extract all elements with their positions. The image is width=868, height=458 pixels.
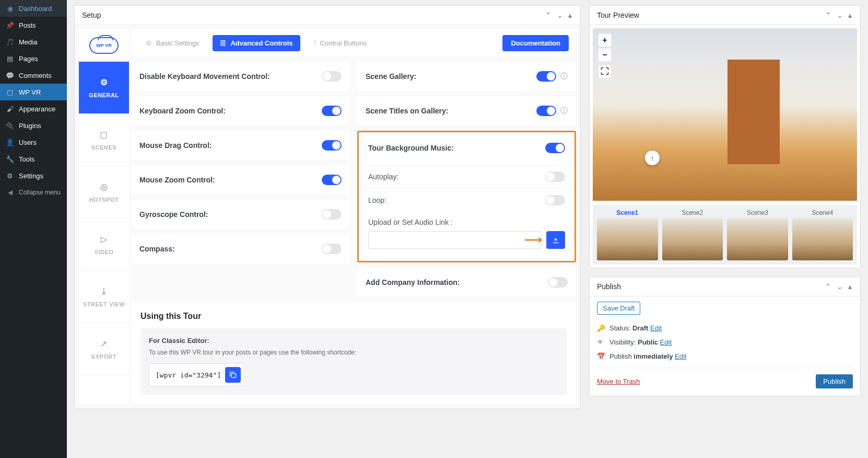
toggle-autoplay[interactable]: [545, 171, 565, 182]
vtab-export[interactable]: ↗EXPORT: [79, 323, 129, 375]
row-gyroscope: Gyroscope Control:: [131, 200, 350, 229]
panel-drag-icon[interactable]: ▴: [567, 10, 573, 20]
zoom-in-button[interactable]: +: [598, 33, 612, 47]
zoom-out-button[interactable]: −: [598, 48, 612, 62]
copy-shortcode-button[interactable]: [225, 367, 241, 383]
row-keyboard-zoom: Keyboard Zoom Control:: [131, 96, 350, 125]
upload-audio-row: ⟶: [360, 230, 573, 250]
toggle-scene-titles[interactable]: [536, 106, 556, 116]
using-title: Using this Tour: [140, 312, 567, 321]
sidebar-item-dashboard[interactable]: ◉Dashboard: [0, 0, 67, 17]
schedule-row: 📅 Publish immediately Edit: [597, 349, 853, 363]
publish-title: Publish: [597, 282, 621, 291]
tab-advanced-controls[interactable]: ☰Advanced Controls: [213, 35, 300, 51]
highlight-music-section: Tour Background Music: Autoplay: Loop: U…: [357, 131, 576, 262]
chevron-up-icon[interactable]: ⌃: [544, 10, 553, 20]
shortcode-text: [wpvr id="3294"]: [156, 371, 221, 379]
vtab-general[interactable]: ⚙GENERAL: [79, 62, 129, 114]
sidebar-item-media[interactable]: 🎵Media: [0, 33, 67, 50]
row-loop: Loop:: [360, 188, 573, 212]
sidebar-item-posts[interactable]: 📌Posts: [0, 17, 67, 33]
gear-icon: ⚙: [146, 39, 152, 47]
move-to-trash-link[interactable]: Move to Trash: [597, 377, 640, 385]
thumb-scene3[interactable]: Scene3: [727, 209, 788, 260]
calendar-icon: 📅: [597, 352, 605, 360]
row-disable-keyboard-movement: Disable Keyboard Movement Control:: [131, 62, 350, 91]
row-scene-titles: Scene Titles on Gallery:ⓘ: [357, 96, 576, 125]
audio-link-input[interactable]: [368, 231, 542, 249]
row-mouse-zoom: Mouse Zoom Control:: [131, 165, 350, 194]
upload-button[interactable]: [546, 231, 565, 249]
documentation-button[interactable]: Documentation: [502, 35, 569, 51]
sidebar-item-comments[interactable]: 💬Comments: [0, 67, 67, 84]
key-icon: 🔑: [597, 324, 605, 332]
collapse-menu[interactable]: ◀Collapse menu: [0, 184, 67, 201]
admin-sidebar: ◉Dashboard 📌Posts 🎵Media ▤Pages 💬Comment…: [0, 0, 67, 458]
panorama-viewport[interactable]: + − ⛶ ↑: [593, 28, 857, 201]
classic-editor-label: For Classic Editor:: [149, 337, 558, 345]
thumb-scene1[interactable]: Scene1: [597, 209, 658, 260]
row-compass: Compass:: [131, 234, 350, 264]
save-draft-button[interactable]: Save Draft: [597, 302, 640, 315]
preview-title: Tour Preview: [597, 11, 639, 19]
using-description: To use this WP VR tour in your posts or …: [149, 349, 558, 356]
fullscreen-button[interactable]: ⛶: [598, 65, 612, 78]
image-icon: ▢: [99, 130, 109, 140]
chevron-down-icon[interactable]: ⌄: [836, 281, 844, 292]
info-icon[interactable]: ⓘ: [560, 106, 568, 116]
toggle-loop[interactable]: [545, 195, 565, 205]
sliders-icon: ⦙⦙: [314, 39, 316, 47]
pin-icon: ⤓: [99, 287, 109, 297]
vtab-video[interactable]: ▷VIDEO: [79, 219, 129, 271]
sidebar-item-users[interactable]: 👤Users: [0, 134, 67, 151]
sidebar-item-settings[interactable]: ⚙Settings: [0, 167, 67, 184]
chevron-down-icon[interactable]: ⌄: [556, 10, 564, 20]
chevron-up-icon[interactable]: ⌃: [824, 281, 832, 292]
row-upload-label: Upload or Set Audio Link :: [360, 212, 573, 230]
row-background-music: Tour Background Music:: [360, 133, 573, 163]
edit-visibility-link[interactable]: Edit: [660, 338, 672, 346]
horizontal-tabs: ⚙Basic Settings ☰Advanced Controls ⦙⦙Con…: [131, 29, 576, 56]
chevron-down-icon[interactable]: ⌄: [836, 10, 844, 20]
toggle-gyroscope[interactable]: [322, 209, 342, 220]
sidebar-item-plugins[interactable]: 🔌Plugins: [0, 117, 67, 134]
publish-panel: Publish ⌃⌄▴ Save Draft 🔑 Status: Draft E…: [589, 277, 861, 396]
toggle-background-music[interactable]: [545, 143, 565, 153]
gear-icon: ⚙: [99, 77, 109, 88]
thumb-scene4[interactable]: Scene4: [792, 209, 853, 260]
toggle-scene-gallery[interactable]: [536, 71, 556, 82]
settings-icon: ⚙: [5, 171, 15, 180]
chevron-up-icon[interactable]: ⌃: [824, 10, 832, 20]
toggle-disable-keyboard-movement[interactable]: [322, 71, 342, 82]
target-icon: ◎: [99, 182, 109, 192]
panel-drag-icon[interactable]: ▴: [847, 281, 853, 292]
tab-basic-settings[interactable]: ⚙Basic Settings: [138, 35, 206, 51]
comment-icon: 💬: [5, 71, 15, 80]
brush-icon: 🖌: [5, 104, 15, 113]
vtab-street-view[interactable]: ⤓STREET VIEW: [79, 271, 129, 323]
wpvr-logo: WP VR: [79, 29, 129, 62]
sidebar-item-tools[interactable]: 🔧Tools: [0, 151, 67, 167]
toggle-mouse-drag[interactable]: [322, 140, 342, 151]
toggle-keyboard-zoom[interactable]: [322, 106, 342, 116]
media-icon: 🎵: [5, 37, 15, 47]
sidebar-item-wpvr[interactable]: ▢WP VR: [0, 84, 67, 100]
edit-schedule-link[interactable]: Edit: [675, 352, 686, 360]
tab-control-buttons[interactable]: ⦙⦙Control Buttons: [307, 35, 374, 51]
sidebar-item-appearance[interactable]: 🖌Appearance: [0, 100, 67, 117]
visibility-row: 👁 Visibility: Public Edit: [597, 335, 853, 349]
panel-drag-icon[interactable]: ▴: [847, 10, 853, 20]
vtab-scenes[interactable]: ▢SCENES: [79, 114, 129, 166]
row-company-info: Add Company Information:: [357, 268, 576, 297]
toggle-mouse-zoom[interactable]: [322, 175, 342, 185]
edit-status-link[interactable]: Edit: [650, 324, 662, 332]
toggle-company-info[interactable]: [548, 277, 568, 288]
setup-title: Setup: [82, 11, 101, 19]
thumb-scene2[interactable]: Scene2: [662, 209, 723, 260]
info-icon[interactable]: ⓘ: [560, 72, 568, 81]
toggle-compass[interactable]: [322, 244, 342, 254]
sidebar-item-pages[interactable]: ▤Pages: [0, 50, 67, 67]
hotspot-marker[interactable]: ↑: [645, 151, 660, 165]
vtab-hotspot[interactable]: ◎HOTSPOT: [79, 166, 129, 219]
publish-button[interactable]: Publish: [816, 374, 853, 388]
